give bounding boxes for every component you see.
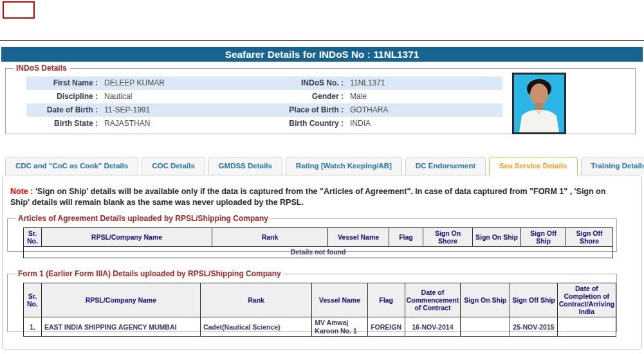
column-header: Date of Commencement of Contract	[405, 283, 461, 317]
cell-sign-off-ship: 25-NOV-2015	[510, 317, 557, 337]
tab-cdc-coc-as-cook-details[interactable]: CDC and "CoC as Cook" Details	[5, 157, 138, 175]
cell-rank: Cadet(Nautical Science)	[200, 317, 311, 337]
form1-table: Sr. No. RPSL/Company Name Rank Vessel Na…	[23, 283, 616, 337]
note-text: Note : 'Sign on Ship' details will be av…	[10, 186, 623, 208]
column-header: Date of Completion of Contract/Arriving …	[557, 283, 616, 317]
form1-legend: Form 1 (Earlier Form IIIA) Details uploa…	[15, 269, 284, 278]
note-body: 'Sign on Ship' details will be available…	[10, 187, 605, 207]
tab-dc-endorsement[interactable]: DC Endorsement	[405, 157, 486, 175]
table-header-row: Sr. No. RPSL/Company Name Rank Vessel Na…	[24, 283, 616, 317]
field-value: 11NL1371	[348, 76, 502, 90]
tab-rating-watch-keeping-ab[interactable]: Rating [Watch Keeping/AB]	[286, 157, 402, 175]
column-header: RPSL/Company Name	[41, 283, 200, 317]
field-label: Discipline :	[26, 90, 102, 103]
broken-image-placeholder-icon	[3, 1, 35, 19]
field-label: Place of Birth :	[272, 103, 348, 117]
tab-content-panel: Note : 'Sign on Ship' details will be av…	[2, 175, 642, 350]
field-value: Male	[348, 90, 502, 103]
column-header: Flag	[367, 283, 405, 317]
empty-message: Details not found	[24, 247, 613, 258]
cell-vessel: MV Amwaj Karoon No. 1	[312, 317, 367, 337]
cell-completion-date	[557, 317, 616, 337]
column-header: Sign Off Ship	[510, 283, 557, 317]
column-header: Rank	[200, 283, 311, 317]
column-header: Sign On Shore	[423, 228, 473, 247]
cell-company: EAST INDIA SHIPPING AGENCY MUMBAI	[41, 317, 200, 337]
column-header: Flag	[389, 228, 423, 247]
tab-gmdss-details[interactable]: GMDSS Details	[208, 157, 282, 175]
seafarer-photo	[512, 73, 566, 134]
field-value: 11-SEP-1991	[102, 103, 272, 117]
tab-training-details[interactable]: Training Details	[581, 157, 644, 175]
seafarer-details-page: Seafarer Details for INDoS No : 11NL1371…	[0, 0, 644, 354]
cell-commencement-date: 16-NOV-2014	[405, 317, 461, 337]
field-label: First Name :	[26, 76, 102, 90]
column-header: Sr. No.	[24, 283, 42, 317]
table-header-row: Sr. No. RPSL/Company Name Rank Vessel Na…	[24, 228, 613, 247]
field-value: GOTHARA	[348, 103, 502, 117]
page-title: Seafarer Details for INDoS No : 11NL1371	[1, 47, 643, 62]
tab-sea-service-details[interactable]: Sea Service Details	[489, 157, 578, 175]
table-row: Details not found	[24, 247, 613, 258]
column-header: Vessel Name	[328, 228, 389, 247]
portrait-graphic	[514, 75, 564, 132]
column-header: Rank	[212, 228, 328, 247]
column-header: Sign On Ship	[473, 228, 521, 247]
column-header: Vessel Name	[312, 283, 367, 317]
cell-sr-no: 1.	[24, 317, 42, 337]
articles-of-agreement-table: Sr. No. RPSL/Company Name Rank Vessel Na…	[23, 227, 613, 258]
tab-coc-details[interactable]: COC Details	[142, 157, 205, 175]
note-prefix: Note :	[10, 187, 35, 196]
field-value: Nautical	[102, 90, 272, 103]
field-label: Gender :	[272, 90, 348, 103]
field-value: RAJASTHAN	[102, 117, 272, 130]
articles-of-agreement-legend: Articles of Agreement Details uploaded b…	[15, 214, 271, 223]
cell-sign-on-ship	[461, 317, 510, 337]
field-label: Date of Birth :	[26, 103, 102, 117]
column-header: Sign Off Ship	[521, 228, 566, 247]
field-label: Birth State :	[26, 117, 102, 130]
field-label: INDoS No. :	[272, 76, 348, 90]
top-divider	[0, 40, 644, 41]
indos-details-grid: First Name : DELEEP KUMAR INDoS No. : 11…	[26, 76, 502, 130]
field-value: INDIA	[348, 117, 502, 130]
column-header: Sign On Ship	[461, 283, 510, 317]
column-header: Sign Off Shore	[566, 228, 613, 247]
column-header: Sr. No.	[24, 228, 42, 247]
column-header: RPSL/Company Name	[42, 228, 212, 247]
table-row: 1. EAST INDIA SHIPPING AGENCY MUMBAI Cad…	[24, 317, 616, 337]
tab-bar: CDC and "CoC as Cook" Details COC Detail…	[5, 157, 644, 175]
form1-fieldset: Form 1 (Earlier Form IIIA) Details uploa…	[7, 269, 617, 332]
articles-of-agreement-fieldset: Articles of Agreement Details uploaded b…	[7, 214, 617, 252]
field-value: DELEEP KUMAR	[102, 76, 272, 90]
cell-flag: FOREIGN	[367, 317, 405, 337]
indos-details-legend: INDoS Details	[14, 64, 69, 73]
field-label: Birth Country :	[272, 117, 348, 130]
